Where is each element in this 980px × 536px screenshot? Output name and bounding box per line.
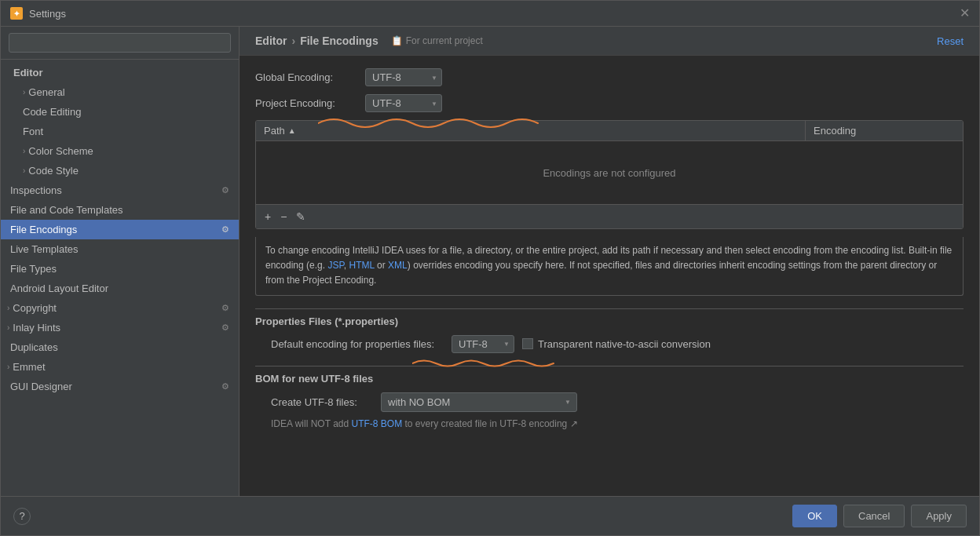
arrow-icon: ›: [7, 304, 9, 312]
sidebar-item-label: File Types: [10, 263, 229, 275]
properties-section-title: Properties Files (*.properties): [255, 315, 964, 327]
sidebar-item-label: File Encodings: [10, 224, 221, 235]
encoding-column-header: Encoding: [806, 121, 963, 140]
html-link[interactable]: HTML: [349, 260, 375, 271]
title-bar: ✦ Settings ✕: [1, 1, 979, 27]
jsp-link[interactable]: JSP: [327, 260, 343, 271]
empty-table-message: Encodings are not configured: [543, 167, 675, 179]
app-icon: ✦: [10, 7, 23, 20]
sidebar-item-duplicates[interactable]: Duplicates: [1, 337, 239, 357]
sort-icon: ▲: [288, 126, 296, 135]
reset-button[interactable]: Reset: [937, 35, 964, 47]
sidebar-item-label: General: [28, 86, 229, 98]
sidebar-item-code-style[interactable]: › Code Style: [1, 161, 239, 180]
project-icon: 📋: [391, 35, 403, 46]
table-toolbar: + − ✎: [256, 204, 963, 228]
arrow-icon: ›: [23, 166, 25, 175]
search-box: [1, 27, 239, 60]
sidebar-item-live-templates[interactable]: Live Templates: [1, 239, 239, 259]
properties-encoding-select-wrapper: UTF-8 UTF-16: [452, 335, 514, 353]
config-icon: ⚙: [221, 185, 229, 195]
add-encoding-button[interactable]: +: [261, 208, 275, 225]
sidebar-item-label: Inspections: [10, 184, 221, 196]
settings-dialog: ✦ Settings ✕ Editor › General Code Editi…: [0, 0, 980, 536]
remove-encoding-button[interactable]: −: [276, 208, 291, 225]
properties-encoding-label: Default encoding for properties files:: [271, 338, 444, 350]
sidebar-item-label: Color Scheme: [28, 145, 229, 157]
sidebar-item-file-types[interactable]: File Types: [1, 259, 239, 279]
sidebar-item-label: Inlay Hints: [13, 322, 221, 334]
bom-dropdown-row: Create UTF-8 files: with NO BOM with BOM…: [255, 392, 964, 412]
sidebar-item-label: File and Code Templates: [10, 204, 229, 216]
breadcrumb: Editor › File Encodings: [255, 35, 378, 47]
sidebar-item-color-scheme[interactable]: › Color Scheme: [1, 141, 239, 161]
edit-encoding-button[interactable]: ✎: [292, 208, 309, 225]
apply-button[interactable]: Apply: [911, 505, 967, 527]
arrow-icon: ›: [7, 323, 9, 332]
global-encoding-row: Global Encoding: UTF-8 UTF-16 ISO-8859-1: [255, 68, 964, 86]
cancel-button[interactable]: Cancel: [843, 505, 905, 527]
divider: [255, 308, 964, 309]
content-area: Editor › File Encodings 📋 For current pr…: [240, 27, 979, 496]
title-bar-left: ✦ Settings: [10, 7, 66, 20]
transparent-checkbox[interactable]: [522, 338, 533, 349]
sidebar-item-android-layout-editor[interactable]: Android Layout Editor: [1, 279, 239, 298]
arrow-icon: ›: [7, 363, 9, 371]
global-encoding-label: Global Encoding:: [255, 71, 357, 83]
sidebar-item-inlay-hints[interactable]: › Inlay Hints ⚙: [1, 318, 239, 337]
sidebar-item-code-editing[interactable]: Code Editing: [1, 102, 239, 122]
close-button[interactable]: ✕: [960, 7, 970, 20]
sidebar-item-label: Live Templates: [10, 243, 229, 255]
project-encoding-label: Project Encoding:: [255, 97, 357, 109]
header-left: Editor › File Encodings 📋 For current pr…: [255, 35, 483, 47]
sidebar-item-label: Android Layout Editor: [10, 283, 229, 294]
encoding-table: Path ▲ Encoding Encodings are not config…: [255, 120, 964, 229]
sidebar-item-general[interactable]: › General: [1, 82, 239, 102]
sidebar-item-label: Code Editing: [23, 106, 229, 118]
properties-row: Default encoding for properties files: U…: [255, 335, 964, 353]
sidebar-item-file-encodings[interactable]: File Encodings ⚙: [1, 220, 239, 239]
transparent-label: Transparent native-to-ascii conversion: [538, 338, 711, 350]
editor-section-label: Editor: [13, 67, 229, 78]
global-encoding-select[interactable]: UTF-8 UTF-16 ISO-8859-1: [365, 68, 442, 86]
divider-2: [255, 366, 964, 366]
sidebar-item-label: Duplicates: [10, 341, 229, 353]
sidebar: Editor › General Code Editing Font › Col…: [1, 27, 240, 496]
content-header: Editor › File Encodings 📋 For current pr…: [240, 27, 979, 56]
transparent-checkbox-wrapper: Transparent native-to-ascii conversion: [522, 338, 711, 350]
table-body: Encodings are not configured: [256, 141, 963, 204]
properties-encoding-select[interactable]: UTF-8 UTF-16: [452, 335, 514, 353]
breadcrumb-parent: Editor: [255, 35, 287, 47]
breadcrumb-current: File Encodings: [300, 35, 378, 47]
sidebar-item-font[interactable]: Font: [1, 122, 239, 141]
sidebar-nav: Editor › General Code Editing Font › Col…: [1, 60, 239, 496]
bom-select[interactable]: with NO BOM with BOM with BOM if Windows…: [381, 392, 577, 412]
global-encoding-select-wrapper: UTF-8 UTF-16 ISO-8859-1: [365, 68, 442, 86]
config-icon: ⚙: [221, 303, 229, 313]
table-header: Path ▲ Encoding: [256, 121, 963, 141]
for-project-label: For current project: [406, 35, 483, 46]
sidebar-item-copyright[interactable]: › Copyright ⚙: [1, 298, 239, 318]
project-encoding-select[interactable]: UTF-8 UTF-16 ISO-8859-1: [365, 94, 442, 112]
sidebar-item-gui-designer[interactable]: GUI Designer ⚙: [1, 377, 239, 396]
sidebar-item-label: Code Style: [28, 165, 229, 177]
content-body: Global Encoding: UTF-8 UTF-16 ISO-8859-1…: [240, 56, 979, 496]
sidebar-item-label: Font: [23, 126, 229, 137]
xml-link[interactable]: XML: [388, 260, 408, 271]
config-icon: ⚙: [221, 323, 229, 333]
bom-select-wrapper: with NO BOM with BOM with BOM if Windows…: [381, 392, 577, 412]
search-input[interactable]: [9, 33, 231, 53]
utf8-bom-link[interactable]: UTF-8 BOM: [351, 418, 402, 429]
sidebar-section-editor: Editor: [1, 63, 239, 82]
sidebar-item-file-code-templates[interactable]: File and Code Templates: [1, 200, 239, 220]
arrow-icon: ›: [23, 88, 25, 97]
sidebar-item-emmet[interactable]: › Emmet: [1, 357, 239, 377]
project-encoding-select-wrapper: UTF-8 UTF-16 ISO-8859-1: [365, 94, 442, 112]
ok-button[interactable]: OK: [792, 505, 837, 527]
squiggle-decoration-2: [412, 356, 569, 371]
bottom-left: ?: [13, 508, 31, 525]
help-button[interactable]: ?: [13, 508, 31, 525]
project-encoding-row: Project Encoding: UTF-8 UTF-16 ISO-8859-…: [255, 94, 964, 112]
sidebar-item-inspections[interactable]: Inspections ⚙: [1, 180, 239, 200]
bottom-right: OK Cancel Apply: [792, 505, 967, 527]
